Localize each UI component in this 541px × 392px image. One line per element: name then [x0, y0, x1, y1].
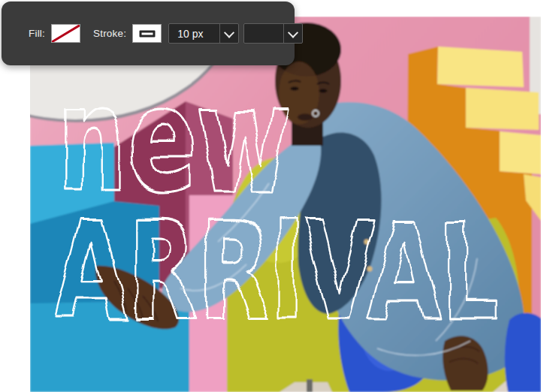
stroke-width-dropdown[interactable]: 10 px [168, 23, 239, 44]
chevron-down-icon [288, 27, 298, 38]
fill-swatch-button[interactable] [51, 24, 80, 43]
stroke-width-chevron[interactable] [220, 30, 238, 38]
chevron-down-icon [224, 27, 234, 38]
right-boot [505, 313, 541, 392]
photo-illustration: new ARRIVAL [30, 17, 541, 392]
stroke-label: Stroke: [93, 28, 126, 39]
stroke-style-chevron[interactable] [284, 30, 302, 38]
properties-toolbar: Fill: Stroke: 10 px [2, 2, 295, 65]
none-fill-icon [51, 24, 80, 43]
photo-yellow-step-1 [437, 47, 524, 87]
stroke-style-preview [244, 27, 283, 41]
headline-line-2[interactable]: ARRIVAL [56, 193, 499, 350]
stroke-swatch-button[interactable] [132, 24, 162, 43]
stroke-color-icon [139, 30, 155, 37]
stroke-style-dropdown[interactable] [243, 23, 303, 44]
page: { "toolbar": { "background_color": "#3b3… [0, 0, 541, 392]
canvas-photo[interactable]: new ARRIVAL [30, 17, 541, 392]
photo-chair-leg [307, 379, 313, 392]
fill-label: Fill: [29, 28, 45, 39]
eye-left [291, 86, 299, 90]
photo-yellow-step-2 [466, 88, 539, 130]
photo-yellow-step-3 [500, 131, 541, 174]
lips [298, 114, 313, 121]
stroke-width-value: 10 px [169, 28, 219, 40]
eye-right [319, 89, 328, 92]
